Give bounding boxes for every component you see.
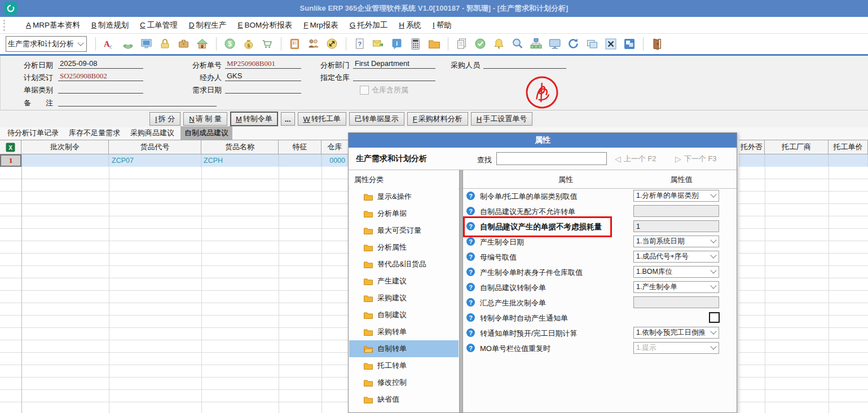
search-input[interactable] [496,152,607,165]
lock-icon[interactable] [158,37,172,51]
manual-doc-no-button[interactable]: H手工设置单号 [471,112,532,126]
category-purchase-convert[interactable]: 采购转单 [349,323,459,340]
category-substitute[interactable]: 替代品&旧货品 [349,256,459,273]
category-default-values[interactable]: 缺省值 [349,391,459,408]
dialog-title-bar[interactable]: 属性 [349,133,737,148]
panes-icon[interactable] [623,37,636,51]
row-index-cell[interactable]: 1 [0,154,21,167]
menu-help[interactable]: I帮助 [433,20,452,30]
money-bag-icon[interactable]: $ [242,37,255,51]
menu-workorder[interactable]: C工单管理 [140,20,178,30]
mail-forward-icon[interactable] [372,37,385,51]
suggestion-to-mo-select[interactable]: 1.产生制令单 [633,281,719,293]
cart-icon[interactable] [261,37,274,51]
phone-icon[interactable] [121,37,135,51]
close-window-icon[interactable] [604,37,618,51]
split-button[interactable]: I拆 分 [149,112,180,126]
demand-date-field[interactable] [225,84,301,94]
analysis-no-field[interactable]: MP250908B001 [225,59,301,69]
category-outsourcing-convert[interactable]: 托工转单 [349,357,459,374]
cell-item-code[interactable]: ZCP07 [109,154,201,167]
bell-icon[interactable] [492,37,506,51]
purchase-material-analysis-button[interactable]: F采购材料分析 [407,112,468,126]
help-icon[interactable]: ? [466,328,475,337]
plan-order-field[interactable]: SO250908B002 [58,72,143,81]
category-analysis-doc[interactable]: 分析单据 [349,205,459,222]
help-icon[interactable]: ? [466,207,475,215]
folder-icon[interactable] [428,37,441,51]
doc-type-field[interactable] [58,84,143,94]
remark-field[interactable] [58,97,217,106]
font-abc-icon[interactable]: Ac [103,37,116,51]
analysis-dept-field[interactable]: First Department [353,59,435,69]
purchaser-field[interactable] [483,59,566,69]
parent-no-select[interactable]: 1.成品代号+序号 [633,251,719,263]
monitor-icon[interactable] [548,37,562,51]
category-selfmade-suggestion[interactable]: 自制建议 [349,307,459,323]
info-icon[interactable]: i [390,37,404,51]
auto-notice-checkbox[interactable] [709,312,720,323]
previous-button[interactable]: ◁上一个 F2 [611,152,660,166]
cell-outsourcing-price[interactable] [829,154,868,167]
category-display-operation[interactable]: 显示&操作 [349,188,459,205]
menu-mrp-report[interactable]: FMrp报表 [303,20,338,30]
category-selfmade-convert[interactable]: 自制转单 [349,340,459,357]
calculator-icon[interactable] [409,37,422,51]
help-icon[interactable]: ? [466,344,475,352]
more-options-button[interactable]: ... [281,112,295,126]
mo-date-select[interactable]: 1.当前系统日期 [633,236,719,247]
table-row-right[interactable] [739,154,868,167]
component-warehouse-select[interactable]: 1.BOM库位 [633,266,719,278]
category-generate-suggestion[interactable]: 产生建议 [349,273,459,290]
home-icon[interactable] [196,37,209,51]
cell-outsourcing-vendor[interactable] [765,154,829,167]
checkbox-icon[interactable] [360,86,369,95]
panel-splitter[interactable] [459,170,463,412]
col-header-item-name[interactable]: 货品名称 [201,140,279,154]
help-icon[interactable]: ? [466,283,475,291]
cell-item-name[interactable]: ZCPH [201,154,279,167]
analysis-date-field[interactable]: 2025-09-08 [58,59,143,69]
category-purchase-suggestion[interactable]: 采购建议 [349,290,459,307]
tab-purchase-suggestion[interactable]: 采购商品建议 [126,126,178,140]
help-icon[interactable]: ? [466,237,475,246]
users-icon[interactable] [307,37,320,51]
show-converted-docs-button[interactable]: 已转单据显示 [349,112,404,126]
category-max-acceptable[interactable]: 最大可受订量 [349,222,459,239]
col-header-outsourcing-price[interactable]: 托工单价 [829,140,868,154]
dollar-coin-icon[interactable]: $ [223,37,237,51]
menu-manufacture-plan[interactable]: B制造规划 [91,20,129,30]
clipboard-icon[interactable] [288,37,302,51]
col-header-outsourced[interactable]: 托外否 [739,140,765,154]
cell-feature[interactable] [279,154,321,167]
category-modify-control[interactable]: 修改控制 [349,374,459,391]
menu-process-production[interactable]: D制程生产 [189,20,227,30]
col-header-feature[interactable]: 特征 [279,140,321,154]
menu-bom-report[interactable]: EBOM分析报表 [238,20,293,30]
check-circle-icon[interactable] [474,37,487,51]
tab-stock-shortage[interactable]: 库存不足量需求 [65,126,124,140]
cell-warehouse[interactable]: 0000 [321,154,348,167]
to-outsourcing-order-button[interactable]: W转托工单 [298,112,346,126]
help-icon[interactable]: ? [466,192,475,200]
assigned-warehouse-field[interactable] [353,72,435,81]
tab-selfmade-suggestion[interactable]: 自制成品建议 [180,126,232,140]
help-icon[interactable]: ? [466,298,475,307]
col-header-outsourcing-vendor[interactable]: 托工厂商 [765,140,829,154]
cell-batch-mo[interactable] [21,154,109,167]
menu-system[interactable]: H系统 [399,20,421,30]
notice-date-calc-select[interactable]: 1.依制令预完工日倒推 [633,327,719,339]
briefcase-icon[interactable] [177,37,191,51]
refresh-icon[interactable] [567,37,580,51]
next-button[interactable]: ▷下一个 F3 [672,152,720,166]
warehouse-include-sub-checkbox[interactable]: 仓库含所属 [360,85,408,95]
cascade-windows-icon[interactable] [585,37,599,51]
to-mo-button[interactable]: M转制令单 [230,112,278,126]
col-header-batch-mo[interactable]: 批次制令 [21,140,109,154]
excel-export-icon[interactable]: X [0,140,21,154]
request-mo-qty-button[interactable]: N请 制 量 [183,112,227,126]
help-icon[interactable]: ? [466,252,475,261]
sitemap-icon[interactable] [530,37,543,51]
chevron-down-icon[interactable] [76,39,85,48]
menu-mrp-basic[interactable]: AMRP基本资料 [26,20,80,30]
